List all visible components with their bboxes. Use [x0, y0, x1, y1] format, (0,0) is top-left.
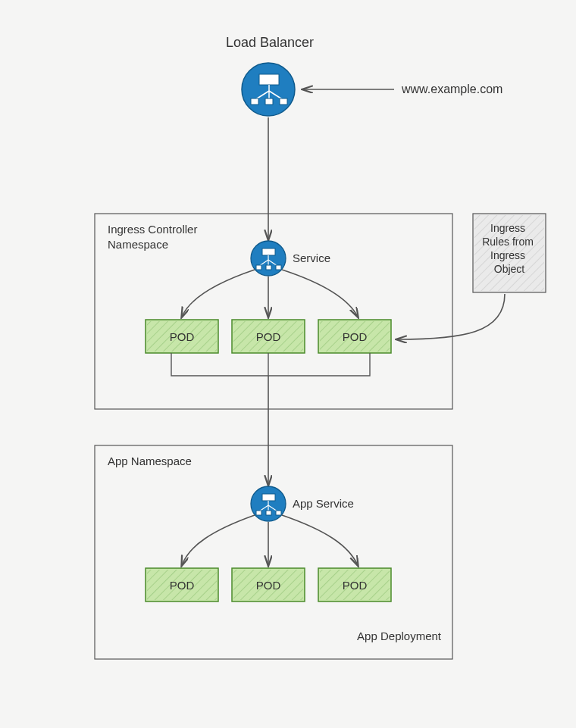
external-host-label: www.example.com [401, 83, 502, 95]
svg-rect-20 [256, 265, 261, 270]
arrow-service-pod1 [182, 270, 255, 317]
ingress-pod-2: POD [232, 320, 305, 353]
svg-rect-11 [251, 98, 258, 105]
pod-label: POD [256, 330, 281, 343]
diagram-canvas: Load Balancer www.example.com Ingress Co… [0, 0, 576, 728]
pod-label: POD [343, 579, 368, 592]
arrow-rules-to-pod [397, 294, 505, 339]
svg-rect-37 [266, 511, 271, 515]
svg-point-4 [242, 63, 295, 116]
app-namespace-box [95, 445, 452, 659]
svg-rect-5 [259, 74, 279, 85]
pod-label: POD [256, 579, 281, 592]
svg-rect-15 [262, 248, 275, 255]
pod-label: POD [170, 330, 195, 343]
app-pod-2: POD [232, 568, 305, 601]
svg-rect-12 [265, 98, 273, 105]
app-service-label: App Service [293, 497, 354, 510]
arrow-appsvc-pod1 [182, 515, 255, 565]
ingress-pod-3: POD [318, 320, 391, 353]
pod-label: POD [343, 330, 368, 343]
ingress-pod-1: POD [146, 320, 218, 353]
svg-rect-31 [262, 494, 275, 501]
app-service-icon [251, 486, 286, 521]
arrow-service-pod3 [282, 270, 358, 317]
ingress-service-label: Service [293, 252, 330, 264]
title-label: Load Balancer [226, 35, 314, 50]
app-namespace-label: App Namespace [108, 455, 192, 467]
svg-rect-13 [280, 98, 287, 105]
pod-label: POD [170, 579, 195, 592]
svg-rect-38 [276, 511, 281, 515]
ingress-namespace-label: Ingress Controller Namespace [108, 223, 201, 251]
pod-bus-line [171, 353, 370, 376]
svg-rect-22 [276, 265, 281, 270]
app-pod-3: POD [318, 568, 391, 601]
ingress-service-icon [251, 241, 286, 276]
load-balancer-icon [242, 63, 295, 116]
arrow-appsvc-pod3 [282, 515, 358, 565]
app-pod-1: POD [146, 568, 218, 601]
app-deployment-label: App Deployment [357, 630, 442, 642]
svg-rect-21 [266, 265, 271, 270]
svg-rect-36 [256, 511, 261, 515]
